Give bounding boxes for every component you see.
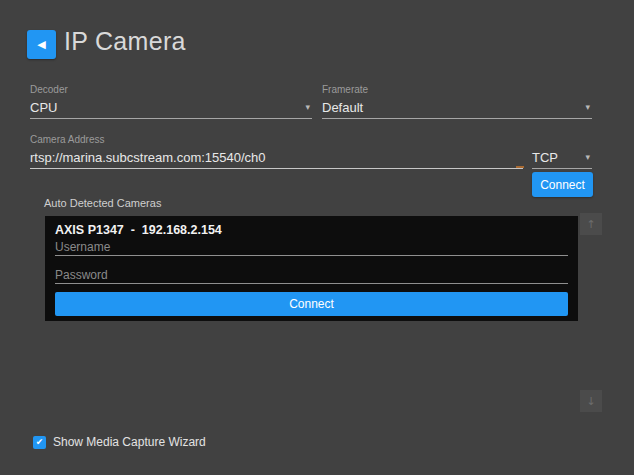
decoder-value: CPU <box>30 100 57 115</box>
chevron-down-icon[interactable]: ▾ <box>305 103 310 112</box>
check-icon: ✔ <box>36 438 44 447</box>
arrow-down-icon: ↓ <box>586 395 595 408</box>
auto-detected-cameras-label: Auto Detected Cameras <box>44 197 161 209</box>
back-arrow-icon: ◀ <box>37 39 45 50</box>
detected-camera-card: AXIS P1347 - 192.168.2.154 Connect <box>45 216 578 321</box>
show-wizard-label[interactable]: Show Media Capture Wizard <box>53 435 206 449</box>
chevron-down-icon[interactable]: ▾ <box>585 153 590 162</box>
arrow-up-icon: ↑ <box>586 218 595 231</box>
decoder-underline <box>30 118 312 119</box>
camera-address-label: Camera Address <box>30 134 523 147</box>
framerate-select[interactable]: Framerate Default ▾ <box>322 84 592 119</box>
camera-address-field: Camera Address <box>30 134 523 169</box>
back-button[interactable]: ◀ <box>27 30 56 59</box>
framerate-value: Default <box>322 100 363 115</box>
scroll-up-button[interactable]: ↑ <box>580 213 602 235</box>
address-underline-tick <box>516 166 524 168</box>
scroll-down-button[interactable]: ↓ <box>580 390 602 412</box>
chevron-down-icon[interactable]: ▾ <box>585 103 590 112</box>
decoder-select[interactable]: Decoder CPU ▾ <box>30 84 312 119</box>
transport-underline <box>532 168 592 169</box>
username-field[interactable] <box>55 239 568 256</box>
camera-address-underline <box>30 168 523 169</box>
framerate-label: Framerate <box>322 84 592 97</box>
camera-connect-button[interactable]: Connect <box>55 292 568 316</box>
detected-camera-title: AXIS P1347 - 192.168.2.154 <box>55 223 222 237</box>
transport-value: TCP <box>532 150 558 165</box>
show-wizard-checkbox[interactable]: ✔ <box>33 436 46 449</box>
decoder-label: Decoder <box>30 84 312 97</box>
connect-button[interactable]: Connect <box>532 172 593 197</box>
framerate-underline <box>322 118 592 119</box>
password-field[interactable] <box>55 267 568 284</box>
page-title: IP Camera <box>64 27 186 56</box>
camera-address-input[interactable] <box>30 147 523 168</box>
transport-select[interactable]: Transport TCP ▾ <box>532 134 592 169</box>
